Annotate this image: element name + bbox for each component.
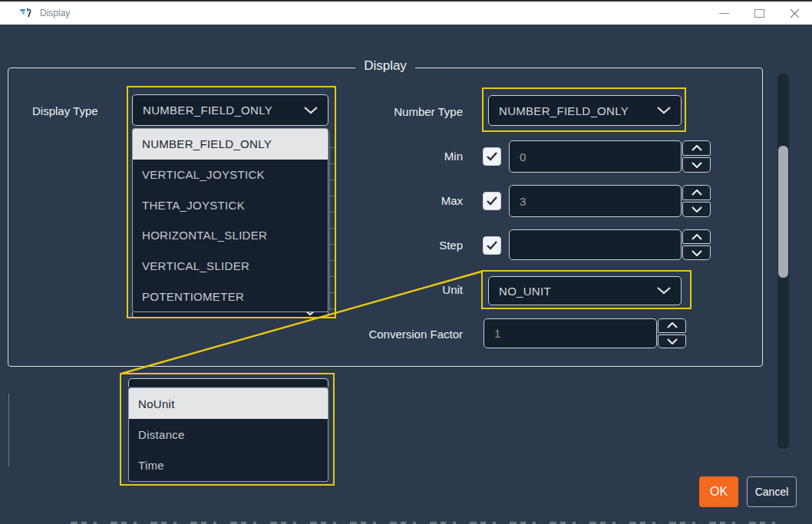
dropdown-option[interactable]: Time [129,450,328,481]
checkmark-icon [487,241,497,250]
maximize-button[interactable] [741,2,777,25]
ok-button[interactable]: OK [699,476,738,507]
display-type-label: Display Type [32,104,98,117]
conversion-factor-spin-up-button[interactable] [658,318,686,333]
step-spin-down-button[interactable] [682,246,711,260]
conversion-factor-label: Conversion Factor [302,328,463,341]
step-input[interactable] [520,239,671,252]
max-checkbox[interactable] [483,192,501,210]
number-type-label: Number Type [302,105,463,118]
dropdown-option[interactable]: POTENTIOMETER [133,281,328,311]
window-controls [706,2,812,25]
dropdown-option[interactable]: THETA_JOYSTICK [133,189,328,220]
window-title: Display [40,8,70,18]
chevron-down-icon [692,206,702,213]
max-spin-down-button[interactable] [682,202,711,217]
dropdown-option[interactable]: NUMBER_FIELD_ONLY [133,129,328,160]
step-field[interactable] [509,229,682,260]
display-type-combobox[interactable]: NUMBER_FIELD_ONLY [132,94,328,126]
checkmark-icon [487,152,497,161]
max-field[interactable] [509,185,682,217]
min-label: Min [302,150,463,163]
app-logo-icon [20,7,34,19]
titlebar: Display [0,0,812,25]
close-button[interactable] [777,2,812,25]
min-field[interactable] [509,140,682,173]
chevron-down-icon [657,287,671,295]
max-spin-up-button[interactable] [682,185,711,200]
step-spinner [682,229,711,260]
max-input[interactable] [520,195,671,208]
occluded-unit-combobox-fragment [128,378,328,387]
step-checkbox[interactable] [483,236,501,255]
unit-label: Unit [302,283,463,296]
chevron-down-icon [692,162,702,168]
close-icon [790,8,800,18]
max-spinner [682,185,711,217]
conversion-factor-field[interactable] [484,318,657,348]
min-spin-up-button[interactable] [682,140,711,156]
min-checkbox[interactable] [483,147,501,166]
unit-value: NO_UNIT [499,285,551,298]
chevron-up-icon [692,234,702,240]
number-type-combobox[interactable]: NUMBER_FIELD_ONLY [488,95,682,126]
scrollbar-thumb[interactable] [778,146,788,278]
chevron-up-icon [692,145,702,151]
vertical-scrollbar[interactable] [777,74,789,449]
display-type-dropdown-list: NUMBER_FIELD_ONLY VERTICAL_JOYSTICK THET… [132,128,328,312]
max-label: Max [302,194,463,207]
chevron-up-icon [692,189,702,196]
chevron-down-icon [657,107,671,114]
dropdown-option[interactable]: VERTICAL_JOYSTICK [133,160,328,190]
conversion-factor-spin-down-button[interactable] [658,335,686,349]
cancel-button[interactable]: Cancel [747,476,797,507]
conversion-factor-spinner [658,318,686,348]
min-spin-down-button[interactable] [682,157,711,173]
groupbox-title: Display [355,58,415,74]
min-input[interactable] [520,150,671,163]
dropdown-option[interactable]: NoUnit [129,388,328,419]
dropdown-option[interactable]: HORIZONTAL_SLIDER [133,220,328,251]
chevron-up-icon [667,322,678,328]
step-spin-up-button[interactable] [682,229,711,244]
display-dialog-window: Display Display Display Type NUMBER_FIEL… [0,0,812,524]
unit-dropdown-list: NoUnit Distance Time [128,387,328,482]
background-groupbox-edge [8,394,9,466]
chevron-down-icon [667,338,678,344]
maximize-icon [754,9,764,18]
unit-combobox[interactable]: NO_UNIT [488,276,682,305]
minimize-button[interactable] [706,2,741,25]
chevron-down-icon [692,250,702,256]
conversion-factor-input[interactable] [494,327,646,340]
minimize-icon [719,13,729,14]
number-type-value: NUMBER_FIELD_ONLY [499,104,629,117]
checkmark-icon [487,196,497,206]
dropdown-option[interactable]: Distance [129,419,328,450]
min-spinner [682,140,711,173]
chevron-down-icon [303,312,317,316]
display-type-value: NUMBER_FIELD_ONLY [143,104,272,117]
dropdown-option[interactable]: VERTICAL_SLIDER [133,251,328,282]
step-label: Step [302,239,463,252]
occluded-combobox-fragment [132,312,328,318]
